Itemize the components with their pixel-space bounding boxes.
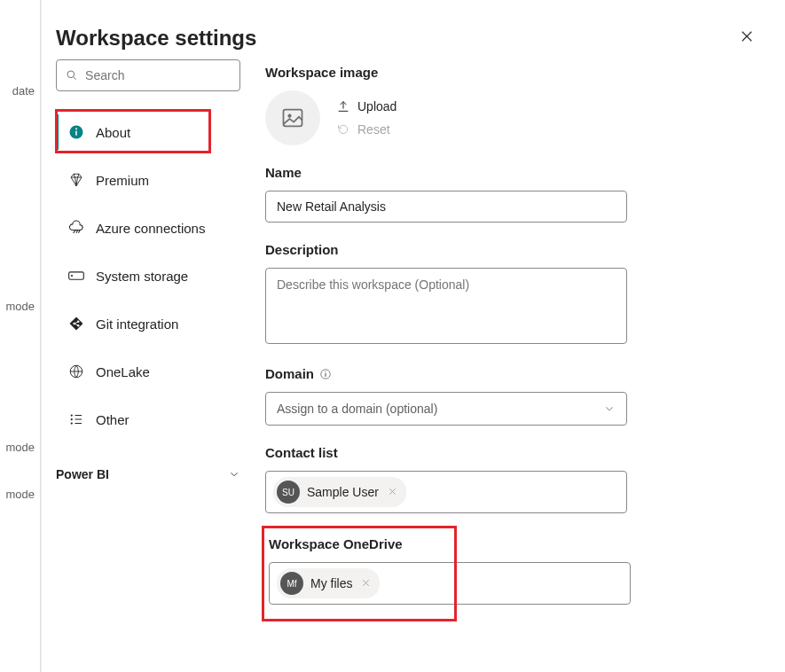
image-icon: [280, 105, 305, 130]
label-workspace-onedrive: Workspace OneDrive: [269, 536, 723, 551]
remove-contact-button[interactable]: [386, 485, 399, 499]
nav-onelake[interactable]: OneLake: [56, 354, 240, 389]
search-box[interactable]: [56, 59, 240, 91]
cloud-icon: [67, 219, 85, 237]
nav-azure[interactable]: Azure connections: [56, 210, 240, 246]
nav-list: About Premium Azure connections: [56, 114, 240, 437]
upload-icon: [336, 99, 350, 113]
settings-panel: Workspace settings About: [41, 0, 785, 672]
contact-list-input[interactable]: SU Sample User: [265, 471, 627, 513]
avatar: Mf: [280, 572, 303, 595]
info-icon: [67, 123, 85, 141]
label-workspace-image: Workspace image: [265, 65, 726, 80]
name-input[interactable]: [265, 191, 627, 223]
chevron-down-icon: [603, 402, 616, 415]
svg-point-5: [71, 275, 73, 277]
nav-label: Azure connections: [96, 221, 205, 236]
sidebar: About Premium Azure connections: [56, 59, 240, 608]
contact-chip: SU Sample User: [273, 477, 406, 507]
storage-icon: [67, 267, 85, 285]
nav-label: OneLake: [96, 364, 150, 379]
nav-label: Git integration: [96, 316, 178, 332]
onedrive-input[interactable]: Mf My files: [269, 562, 631, 605]
subhead-label: Power BI: [56, 467, 109, 481]
search-icon: [66, 68, 78, 82]
label-description: Description: [265, 242, 726, 257]
close-icon: [361, 578, 371, 588]
description-input[interactable]: [265, 268, 627, 344]
svg-rect-16: [325, 372, 326, 376]
workspace-image-placeholder: [265, 90, 320, 145]
svg-point-11: [71, 418, 73, 420]
label-domain: Domain: [265, 366, 726, 381]
onelake-icon: [67, 363, 85, 380]
close-icon: [739, 28, 755, 44]
svg-point-0: [67, 71, 75, 78]
onedrive-name: My files: [310, 576, 352, 590]
list-icon: [67, 410, 85, 428]
upload-button[interactable]: Upload: [336, 99, 396, 113]
label-name: Name: [265, 165, 726, 180]
upload-label: Upload: [357, 99, 396, 113]
domain-placeholder: Assign to a domain (optional): [277, 402, 437, 416]
nav-storage[interactable]: System storage: [56, 258, 240, 293]
svg-point-12: [71, 422, 73, 424]
svg-point-17: [325, 371, 326, 371]
content-area: Workspace image Upload Reset: [265, 59, 726, 608]
nav-label: About: [96, 125, 130, 140]
nav-git[interactable]: Git integration: [56, 306, 240, 341]
domain-select[interactable]: Assign to a domain (optional): [265, 392, 627, 426]
nav-about[interactable]: About: [56, 114, 240, 150]
avatar: SU: [277, 481, 300, 504]
onedrive-chip: Mf My files: [277, 568, 380, 598]
diamond-icon: [67, 171, 85, 189]
search-input[interactable]: [85, 68, 231, 82]
reset-label: Reset: [357, 122, 390, 137]
nav-premium[interactable]: Premium: [56, 162, 240, 198]
remove-onedrive-button[interactable]: [359, 576, 373, 590]
close-icon: [388, 487, 397, 496]
nav-label: Other: [96, 412, 130, 427]
nav-label: System storage: [96, 269, 188, 284]
panel-header: Workspace settings: [42, 0, 785, 59]
workspace-image-row: Upload Reset: [265, 90, 726, 145]
label-contact-list: Contact list: [265, 445, 726, 460]
svg-point-14: [287, 114, 291, 118]
svg-point-3: [75, 128, 77, 129]
subhead-powerbi[interactable]: Power BI: [56, 462, 240, 487]
info-icon: [319, 368, 332, 380]
chevron-down-icon: [228, 468, 240, 481]
nav-label: Premium: [96, 173, 149, 188]
nav-other[interactable]: Other: [56, 402, 240, 437]
reset-button: Reset: [336, 122, 396, 137]
panel-title: Workspace settings: [56, 26, 256, 51]
reset-icon: [336, 122, 350, 137]
svg-point-10: [71, 414, 73, 416]
background-panel-edge: date mode mode mode: [0, 0, 41, 672]
contact-name: Sample User: [307, 485, 379, 499]
svg-rect-2: [75, 131, 77, 136]
close-button[interactable]: [735, 25, 758, 51]
git-icon: [67, 315, 85, 332]
